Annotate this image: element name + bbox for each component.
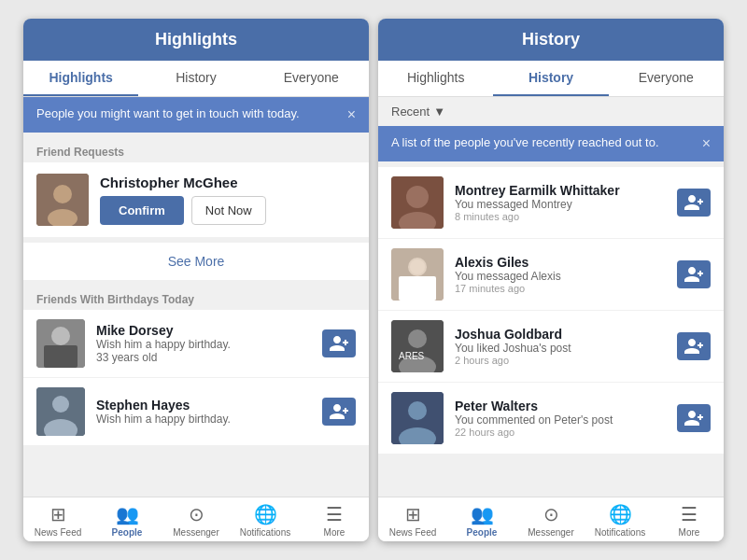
joshua-info: Joshua Goldbard You liked Joshua's post … [455,327,666,366]
r-more-label: More [679,527,700,538]
left-nav-newsfeed[interactable]: ⊞ News Feed [23,503,92,538]
left-header: Highlights [23,19,369,61]
stephen-follow-btn[interactable] [322,398,356,426]
left-content: People you might want to get in touch wi… [23,97,369,497]
friend-request-row: Christopher McGhee Confirm Not Now [36,174,356,226]
svg-rect-15 [399,276,436,301]
peter-follow-btn[interactable] [677,404,711,432]
montrey-info: Montrey Earmilk Whittaker You messaged M… [455,183,666,222]
joshua-time: 2 hours ago [455,355,666,366]
recent-chevron: ▼ [433,105,445,119]
left-tabs: Highlights History Everyone [23,61,369,97]
birthday-stephen: Stephen Hayes Wish him a happy birthday. [23,378,369,446]
right-header: History [378,19,724,61]
right-nav-newsfeed[interactable]: ⊞ News Feed [378,503,447,538]
r-messenger-icon: ⊙ [543,503,559,525]
r-people-icon: 👥 [471,503,494,525]
right-nav-notifications[interactable]: 🌐 Notifications [585,503,655,538]
people-label: People [112,527,143,538]
stephen-name: Stephen Hayes [96,398,311,413]
people-icon: 👥 [116,503,139,525]
birthday-mike: Mike Dorsey Wish him a happy birthday. 3… [23,310,369,378]
left-banner-close[interactable]: × [347,106,356,123]
svg-point-4 [51,327,70,345]
history-montrey: Montrey Earmilk Whittaker You messaged M… [378,167,724,239]
montrey-follow-btn[interactable] [677,189,711,217]
joshua-follow-btn[interactable] [677,332,711,360]
right-tab-highlights[interactable]: Highlights [378,61,493,96]
recent-label: Recent [391,105,430,119]
right-banner-text: A list of the people you've recently rea… [391,135,659,149]
see-more-button[interactable]: See More [23,243,369,280]
mike-name: Mike Dorsey [96,323,311,338]
left-nav-messenger[interactable]: ⊙ Messenger [162,503,231,538]
peter-time: 22 hours ago [455,427,666,438]
joshua-name: Joshua Goldbard [455,327,666,342]
notifications-icon: 🌐 [254,503,277,525]
svg-point-18 [408,329,427,348]
peter-name: Peter Walters [455,399,666,413]
right-phone: History Highlights History Everyone Rece… [378,19,724,541]
friend-requests-label: Friend Requests [23,138,369,162]
right-nav-more[interactable]: ☰ More [655,503,724,538]
mike-follow-btn[interactable] [322,329,356,357]
mike-avatar [36,319,85,368]
more-icon: ☰ [326,503,343,525]
newsfeed-icon: ⊞ [50,503,66,525]
left-phone: Highlights Highlights History Everyone P… [23,19,369,541]
right-nav-messenger[interactable]: ⊙ Messenger [516,503,585,538]
recent-bar: Recent ▼ [378,97,724,126]
r-more-icon: ☰ [681,503,698,525]
newsfeed-label: News Feed [35,527,82,538]
confirm-button[interactable]: Confirm [100,196,184,225]
phones-container: Highlights Highlights History Everyone P… [0,0,747,560]
montrey-action: You messaged Montrey [455,198,666,211]
montrey-name: Montrey Earmilk Whittaker [455,183,666,198]
not-now-button[interactable]: Not Now [191,196,266,225]
christopher-name: Christopher McGhee [100,175,356,190]
right-tab-everyone[interactable]: Everyone [609,61,724,96]
right-bottom-nav: ⊞ News Feed 👥 People ⊙ Messenger 🌐 Notif… [378,497,724,541]
peter-info: Peter Walters You commented on Peter's p… [455,399,666,438]
notifications-label: Notifications [240,527,290,538]
joshua-avatar: ARES [391,320,444,372]
right-nav-people[interactable]: 👥 People [447,503,516,538]
left-nav-people[interactable]: 👥 People [92,503,162,538]
left-bottom-nav: ⊞ News Feed 👥 People ⊙ Messenger 🌐 Notif… [23,497,369,541]
left-tab-highlights[interactable]: Highlights [23,61,138,96]
alexis-follow-btn[interactable] [677,260,711,288]
left-tab-everyone[interactable]: Everyone [254,61,369,96]
svg-point-8 [52,396,69,413]
birthdays-label: Friends With Birthdays Today [23,286,369,310]
left-tab-history[interactable]: History [138,61,253,96]
left-nav-notifications[interactable]: 🌐 Notifications [231,503,300,538]
montrey-time: 8 minutes ago [455,211,666,222]
mike-info: Mike Dorsey Wish him a happy birthday. 3… [96,323,311,364]
stephen-sub1: Wish him a happy birthday. [96,413,311,426]
montrey-avatar [391,176,444,229]
alexis-avatar [391,248,444,301]
history-joshua: ARES Joshua Goldbard You liked Joshua's … [378,311,724,383]
r-notifications-label: Notifications [595,527,645,538]
stephen-info: Stephen Hayes Wish him a happy birthday. [96,398,311,426]
svg-rect-6 [44,345,78,368]
left-banner: People you might want to get in touch wi… [23,97,369,133]
r-notifications-icon: 🌐 [609,503,632,525]
peter-avatar [391,392,444,444]
r-people-label: People [467,527,498,538]
right-tab-history[interactable]: History [493,61,608,96]
svg-point-11 [406,186,429,208]
more-label: More [324,527,345,538]
right-banner-close[interactable]: × [702,135,711,152]
right-banner: A list of the people you've recently rea… [378,126,724,161]
friend-actions: Confirm Not Now [100,196,356,225]
peter-action: You commented on Peter's post [455,413,666,427]
right-tabs: Highlights History Everyone [378,61,724,97]
alexis-time: 17 minutes ago [455,283,666,294]
alexis-info: Alexis Giles You messaged Alexis 17 minu… [455,255,666,294]
joshua-action: You liked Joshua's post [455,342,666,355]
left-banner-text: People you might want to get in touch wi… [36,106,300,120]
svg-point-16 [410,259,425,274]
left-nav-more[interactable]: ☰ More [300,503,369,538]
svg-text:ARES: ARES [399,351,425,361]
